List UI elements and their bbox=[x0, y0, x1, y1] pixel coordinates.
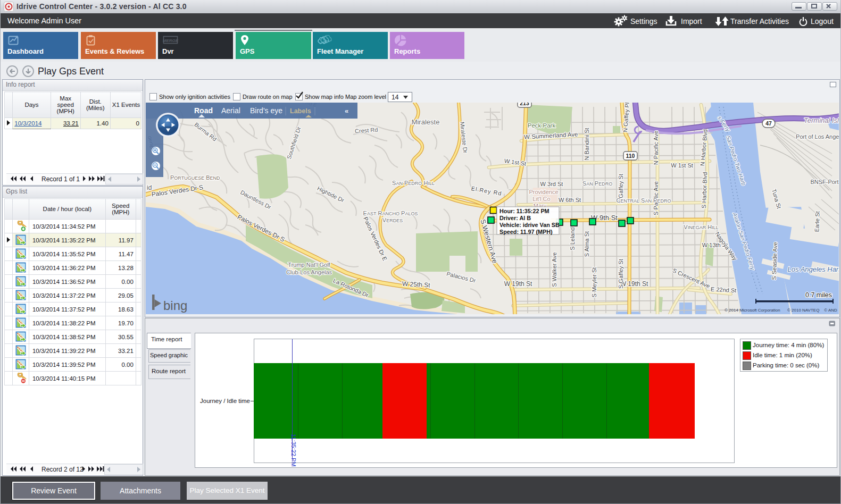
svg-text:Terminal Isl: Terminal Isl bbox=[804, 116, 839, 124]
svg-text:W 19th St: W 19th St bbox=[504, 280, 532, 288]
svg-text:Lit'l Co: Lit'l Co bbox=[532, 196, 550, 202]
svg-text:Peck Park: Peck Park bbox=[528, 122, 556, 129]
svg-text:S Meyler St: S Meyler St bbox=[591, 267, 597, 298]
svg-text:Los Angeles Harb: Los Angeles Harb bbox=[788, 265, 839, 273]
svg-text:CENTRAL SAN PEDRO: CENTRAL SAN PEDRO bbox=[617, 197, 671, 204]
svg-text:W 3rd St: W 3rd St bbox=[540, 181, 563, 187]
svg-text:Vehicle: idrive Van SB: Vehicle: idrive Van SB bbox=[499, 222, 560, 228]
svg-text:Driver: Al B: Driver: Al B bbox=[499, 215, 531, 221]
svg-text:N Bandini St: N Bandini St bbox=[584, 128, 590, 160]
svg-text:«: « bbox=[345, 107, 348, 115]
svg-text:Port of Los Angel: Port of Los Angel bbox=[796, 133, 839, 140]
svg-text:Earle St: Earle St bbox=[813, 211, 820, 232]
svg-text:Providence: Providence bbox=[529, 189, 558, 195]
svg-text:VERDES: VERDES bbox=[382, 217, 403, 223]
svg-text:Club-Los Angelas: Club-Los Angelas bbox=[286, 269, 332, 275]
svg-text:© 2014 Microsoft Corporation: © 2014 Microsoft Corporation © 2010 NAVT… bbox=[725, 308, 837, 313]
svg-text:W 19th St: W 19th St bbox=[620, 280, 648, 288]
svg-text:Hour: 11:35:22 PM: Hour: 11:35:22 PM bbox=[499, 208, 549, 214]
svg-text:S Leland: S Leland bbox=[569, 227, 576, 250]
svg-text:EAST RANCHO PALOS: EAST RANCHO PALOS bbox=[363, 210, 418, 216]
svg-text:N Pacific Ave: N Pacific Ave bbox=[653, 131, 659, 165]
svg-text:PORTUGUESE BEND: PORTUGUESE BEND bbox=[170, 174, 220, 181]
svg-text:S Walker Ave: S Walker Ave bbox=[551, 252, 557, 287]
svg-text:BNSF-Port: BNSF-Port bbox=[810, 179, 838, 185]
svg-text:SAN PEDRO HILL: SAN PEDRO HILL bbox=[392, 180, 435, 186]
svg-text:Miraleste: Miraleste bbox=[412, 118, 440, 126]
svg-text:S Gaffey St: S Gaffey St bbox=[618, 259, 624, 289]
svg-text:id: id bbox=[147, 184, 152, 191]
svg-text:E 22nd St: E 22nd St bbox=[711, 286, 737, 294]
svg-text:Bird's eye: Bird's eye bbox=[250, 106, 282, 115]
svg-text:213: 213 bbox=[520, 103, 529, 106]
svg-text:S Alma St: S Alma St bbox=[584, 231, 590, 257]
svg-text:S Seaside Ave: S Seaside Ave bbox=[771, 242, 778, 280]
svg-text:W 6th St: W 6th St bbox=[559, 197, 581, 203]
svg-text:Road: Road bbox=[194, 106, 213, 115]
svg-text:47: 47 bbox=[765, 120, 772, 127]
svg-text:S Harbor Blvd: S Harbor Blvd bbox=[701, 172, 708, 208]
svg-text:W 25th St: W 25th St bbox=[402, 280, 431, 289]
svg-text:110: 110 bbox=[626, 153, 635, 159]
svg-text:SAN PEDRO: SAN PEDRO bbox=[582, 180, 612, 187]
svg-text:bing: bing bbox=[163, 298, 187, 313]
svg-text:0.7 miles: 0.7 miles bbox=[805, 291, 832, 299]
svg-text:W 1st St: W 1st St bbox=[671, 162, 693, 169]
svg-text:VINEGAR HILL: VINEGAR HILL bbox=[684, 224, 718, 230]
svg-text:Aerial: Aerial bbox=[221, 106, 240, 115]
svg-text:Labels: Labels bbox=[290, 107, 311, 115]
svg-text:Speed: 11.97 (MPH): Speed: 11.97 (MPH) bbox=[499, 229, 553, 235]
svg-text:Trump Nat'l Golf: Trump Nat'l Golf bbox=[288, 262, 330, 268]
svg-text:MERGE: MERGE bbox=[163, 38, 179, 43]
